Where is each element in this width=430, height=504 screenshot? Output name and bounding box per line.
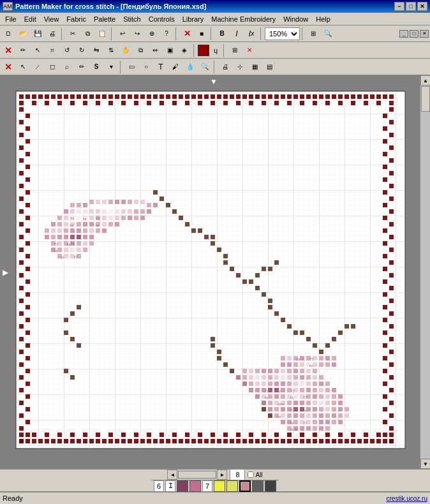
erase-x-button[interactable]: ✕ (180, 27, 194, 41)
tool-move[interactable]: ✋ (119, 43, 133, 57)
tool-lasso[interactable]: ⌕ (60, 60, 74, 74)
scroll-thumb-h[interactable] (178, 471, 216, 478)
tool-extra2[interactable]: ▦ (248, 60, 262, 74)
swatch-3[interactable] (214, 480, 225, 492)
maximize-button[interactable]: □ (406, 2, 416, 11)
menu-window[interactable]: Window (279, 14, 312, 24)
menu-edit[interactable]: Edit (20, 14, 40, 24)
menu-controls[interactable]: Controls (145, 14, 179, 24)
paste-button[interactable]: 📋 (95, 27, 109, 41)
tool-rect[interactable]: ▭ (124, 60, 138, 74)
new-button[interactable]: 🗋 (1, 27, 15, 41)
copy-button[interactable]: ⧉ (80, 27, 94, 41)
scroll-thumb-v[interactable] (421, 86, 430, 112)
swatch-2[interactable] (189, 480, 201, 492)
menu-stitch[interactable]: Stitch (119, 14, 145, 24)
svg-rect-284 (364, 433, 368, 437)
menu-view[interactable]: View (40, 14, 63, 24)
tool-s2[interactable]: ◈ (177, 43, 191, 57)
open-button[interactable]: 📂 (16, 27, 30, 41)
svg-rect-48 (306, 94, 311, 99)
menu-palette[interactable]: Palette (90, 14, 119, 24)
tool-sym2[interactable]: ⊞ (228, 43, 242, 57)
tool-s-btn[interactable]: S (89, 60, 103, 74)
tool-rotate[interactable]: ↺ (60, 43, 74, 57)
tool-flip[interactable]: ⇆ (89, 43, 103, 57)
tool-paint[interactable]: 🖌 (168, 60, 182, 74)
tool-select2[interactable]: ◻ (45, 60, 59, 74)
menu-library[interactable]: Library (179, 14, 208, 24)
tool-rotate2[interactable]: ↻ (75, 43, 89, 57)
close-x3[interactable]: ✕ (1, 60, 15, 74)
menu-fabric[interactable]: Fabric (63, 14, 90, 24)
all-checkbox-label[interactable]: All (248, 471, 262, 478)
cut-button[interactable]: ✂ (66, 27, 80, 41)
pattern-canvas[interactable]: 77 εε 77 εε ..::. εε 77 εεε 77 (13, 88, 415, 458)
horizontal-scrollbar[interactable]: ◄ ► 8 All (166, 470, 263, 480)
undo-button[interactable]: ↩ (115, 27, 130, 41)
swatch-7[interactable] (265, 480, 276, 492)
inner-max[interactable]: □ (410, 30, 419, 38)
svg-rect-551 (319, 413, 323, 418)
text-button[interactable]: Ix (244, 27, 258, 41)
tool-flip2[interactable]: ⇅ (104, 43, 118, 57)
fill-button[interactable]: ■ (195, 27, 209, 41)
minimize-button[interactable]: − (394, 2, 404, 11)
tool-arrow[interactable]: ↖ (16, 60, 30, 74)
tool-sym[interactable]: ⇔ (148, 43, 162, 57)
inner-min[interactable]: _ (399, 30, 408, 38)
zoom-select[interactable]: 150% 100% 200% 50% (265, 27, 300, 40)
zoom-in-button[interactable]: 🔍 (321, 27, 335, 41)
tool-erase2[interactable]: ✕ (242, 43, 256, 57)
tool-extra3[interactable]: ▤ (262, 60, 276, 74)
swatch-1[interactable] (177, 480, 188, 492)
tool-diag[interactable]: ⟋ (31, 60, 45, 74)
swatch-5[interactable] (239, 480, 251, 492)
menu-file[interactable]: File (1, 14, 20, 24)
swatch-4[interactable] (226, 480, 238, 492)
tool-copy2[interactable]: ⧉ (133, 43, 147, 57)
tool-pencil[interactable]: ✏ (16, 43, 30, 57)
tool-crop[interactable]: ⌗ (45, 43, 59, 57)
print-button[interactable]: 🖨 (45, 27, 59, 41)
italic-button[interactable]: I (230, 27, 244, 41)
svg-rect-286 (389, 433, 394, 437)
scroll-up-button[interactable]: ▲ (420, 75, 430, 85)
redo-button[interactable]: ↪ (130, 27, 144, 41)
tool4[interactable]: ? (159, 27, 174, 41)
svg-rect-220 (159, 439, 164, 443)
swatch-6[interactable] (252, 480, 263, 492)
scroll-left-button[interactable]: ◄ (167, 470, 177, 480)
scroll-right-button[interactable]: ► (217, 470, 227, 480)
close-button[interactable]: ✕ (417, 2, 427, 11)
inner-close[interactable]: ✕ (420, 30, 429, 38)
save-button[interactable]: 💾 (31, 27, 45, 41)
tool-circle[interactable]: ○ (139, 60, 153, 74)
scroll-down-button[interactable]: ▼ (420, 459, 430, 469)
canvas-container[interactable]: ▼ ▶ (0, 75, 420, 469)
tool-extra1[interactable]: ⊹ (233, 60, 247, 74)
scroll-track-v[interactable] (420, 85, 430, 459)
menu-machine-embroidery[interactable]: Machine Embroidery (207, 14, 279, 24)
vertical-scrollbar[interactable]: ▲ ▼ (420, 75, 430, 469)
tool-eyedrop[interactable]: 💧 (183, 60, 197, 74)
svg-rect-59 (376, 94, 381, 99)
website-link[interactable]: crestik.ucoz.ru (387, 495, 427, 502)
tool-pencil2[interactable]: ✏ (75, 60, 89, 74)
svg-rect-541 (332, 407, 336, 411)
tool-s1[interactable]: ▣ (163, 43, 177, 57)
grid-button[interactable]: ⊞ (306, 27, 320, 41)
tool-zoom[interactable]: 🔍 (198, 60, 212, 74)
tool3[interactable]: ⊕ (145, 27, 159, 41)
tool-print2[interactable]: 🖨 (218, 60, 232, 74)
close-x-button[interactable]: ✕ (1, 43, 15, 57)
fg-color[interactable] (198, 45, 209, 56)
tool-text[interactable]: T (154, 60, 168, 74)
menu-help[interactable]: Help (312, 14, 334, 24)
bold-button[interactable]: B (215, 27, 229, 41)
tool-s-arrow[interactable]: ▾ (104, 60, 118, 74)
svg-rect-275 (249, 433, 253, 437)
scroll-track-h[interactable] (177, 470, 217, 479)
tool-select[interactable]: ↖ (31, 43, 45, 57)
all-checkbox[interactable] (248, 471, 254, 478)
